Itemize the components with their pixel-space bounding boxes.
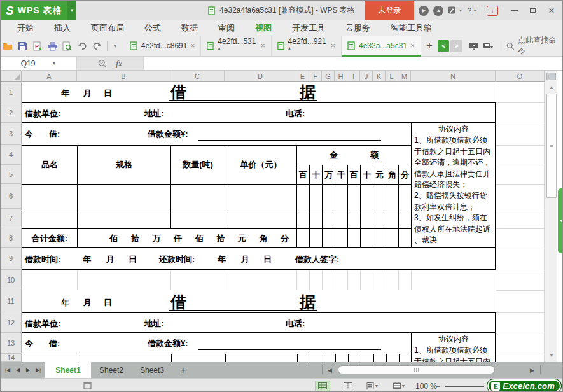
vertical-scroll-thumb[interactable]: [546, 94, 557, 198]
row-header[interactable]: 13: [1, 333, 22, 354]
print-button[interactable]: [45, 38, 60, 53]
row-header[interactable]: 8: [1, 228, 22, 248]
command-search[interactable]: 点此查找命令: [506, 35, 562, 57]
column-header[interactable]: K: [373, 71, 386, 82]
column-header[interactable]: E: [296, 71, 309, 82]
select-all-corner[interactable]: [1, 71, 22, 82]
tab-data[interactable]: 数据: [171, 20, 208, 36]
column-header[interactable]: I: [347, 71, 360, 82]
row-header[interactable]: 7: [1, 209, 22, 228]
column-header[interactable]: N: [411, 71, 496, 82]
scroll-down-button[interactable]: ▼: [546, 350, 557, 361]
spreadsheet-grid[interactable]: A B C D E F G H I J K L M N O 1 2 3 4 5 …: [1, 71, 563, 362]
open-button[interactable]: [1, 38, 15, 53]
row-header[interactable]: 9: [1, 248, 22, 270]
row-header[interactable]: 12: [1, 312, 22, 333]
row-header[interactable]: 11: [1, 290, 22, 312]
zoom-out-button[interactable]: −: [436, 382, 440, 391]
maximize-button[interactable]: [526, 4, 540, 17]
zoom-slider[interactable]: [445, 386, 484, 387]
row-header[interactable]: 1: [1, 82, 22, 102]
undo-button[interactable]: [75, 38, 90, 53]
first-sheet-button[interactable]: |◀: [3, 365, 12, 376]
chevron-down-icon[interactable]: ▼: [67, 1, 76, 20]
export-pdf-button[interactable]: P: [31, 38, 45, 53]
new-document-tab-button[interactable]: +: [421, 39, 438, 52]
column-header[interactable]: L: [386, 71, 398, 82]
previous-sheet-button[interactable]: ◀: [13, 365, 22, 376]
column-header[interactable]: G: [322, 71, 335, 82]
tab-smart-toolbox[interactable]: 智能工具箱: [380, 20, 442, 36]
row-header[interactable]: 14: [1, 354, 22, 362]
cell-name-box[interactable]: Q19 ▼: [1, 57, 77, 70]
document-tab[interactable]: 4e2fd...921 * ×: [272, 36, 342, 57]
close-tab-button[interactable]: ×: [261, 41, 265, 50]
zoom-magnifier-icon[interactable]: R: [98, 59, 107, 68]
insert-function-button[interactable]: fx: [116, 59, 122, 69]
row-header[interactable]: 5: [1, 165, 22, 184]
download-icon[interactable]: ↓: [487, 6, 498, 16]
help-button[interactable]: ?▼: [467, 6, 477, 15]
toolbar-more-button[interactable]: ▼: [110, 38, 120, 53]
tab-scroll-right-button[interactable]: >: [450, 40, 462, 52]
column-header[interactable]: O: [496, 71, 545, 82]
vertical-scrollbar[interactable]: ▲ ▼: [545, 71, 557, 362]
page-break-view-button[interactable]: [340, 381, 356, 391]
scroll-up-button[interactable]: ▲: [546, 82, 557, 93]
page-layout-view-button[interactable]: ▼: [362, 381, 382, 391]
column-header[interactable]: C: [170, 71, 225, 82]
sidebar-collapse-handle[interactable]: [558, 188, 563, 253]
column-header[interactable]: M: [398, 71, 411, 82]
column-header[interactable]: B: [77, 71, 170, 82]
update-icon[interactable]: ▲: [433, 6, 443, 16]
row-header[interactable]: 6: [1, 184, 22, 209]
sync-icon[interactable]: ▶: [419, 6, 429, 16]
column-header[interactable]: J: [360, 71, 373, 82]
column-header[interactable]: D: [225, 71, 296, 82]
row-header[interactable]: 10: [1, 270, 22, 290]
tab-home[interactable]: 开始: [7, 20, 44, 36]
sheet-tab-sheet1[interactable]: Sheet1: [45, 362, 91, 378]
print-preview-button[interactable]: [60, 38, 74, 53]
document-tab[interactable]: 4e2fd...531 * ×: [201, 36, 271, 57]
column-header[interactable]: H: [335, 71, 347, 82]
scroll-left-button[interactable]: ◀: [328, 362, 332, 378]
tab-developer[interactable]: 开发工具: [282, 20, 335, 36]
row-header[interactable]: 2: [1, 102, 22, 123]
sheet-tab-sheet3[interactable]: Sheet3: [132, 362, 172, 378]
close-tab-button[interactable]: ×: [331, 41, 335, 50]
wps-menu-button[interactable]: S WPS 表格 ▼: [1, 1, 76, 20]
tab-review[interactable]: 审阅: [208, 20, 245, 36]
add-sheet-button[interactable]: +: [180, 362, 186, 378]
tab-page-layout[interactable]: 页面布局: [81, 20, 134, 36]
skin-button[interactable]: ▼: [448, 6, 462, 15]
tab-formulas[interactable]: 公式: [134, 20, 171, 36]
reading-mode-button[interactable]: ▼: [389, 381, 409, 391]
document-tab[interactable]: 4e2fd...c8691 ×: [124, 36, 202, 57]
minimize-button[interactable]: [508, 4, 522, 17]
split-handle[interactable]: [546, 73, 556, 80]
last-sheet-button[interactable]: ▶|: [34, 365, 43, 376]
present-button[interactable]: [466, 38, 481, 53]
login-button[interactable]: 未登录: [365, 1, 414, 20]
data-form-icon[interactable]: [82, 381, 92, 390]
scroll-right-button[interactable]: ▶: [530, 362, 534, 378]
redo-button[interactable]: [90, 38, 104, 53]
close-tab-button[interactable]: ×: [190, 41, 195, 50]
save-all-button[interactable]: [481, 38, 496, 53]
tab-view[interactable]: 视图: [245, 20, 282, 36]
close-tab-button[interactable]: ×: [410, 41, 415, 50]
document-tab-active[interactable]: 4e32a...a5c31 ×: [342, 36, 421, 57]
row-header[interactable]: 3: [1, 123, 22, 145]
close-button[interactable]: ×: [545, 4, 559, 17]
row-header[interactable]: 4: [1, 145, 22, 165]
formula-input[interactable]: [144, 57, 562, 70]
column-header[interactable]: F: [309, 71, 322, 82]
normal-view-button[interactable]: [315, 381, 330, 391]
column-header[interactable]: A: [22, 71, 77, 82]
tab-insert[interactable]: 插入: [44, 20, 81, 36]
save-button[interactable]: [15, 38, 30, 53]
horizontal-scroll-thumb[interactable]: [338, 365, 495, 374]
tab-cloud[interactable]: 云服务: [335, 20, 380, 36]
next-sheet-button[interactable]: ▶: [24, 365, 32, 376]
